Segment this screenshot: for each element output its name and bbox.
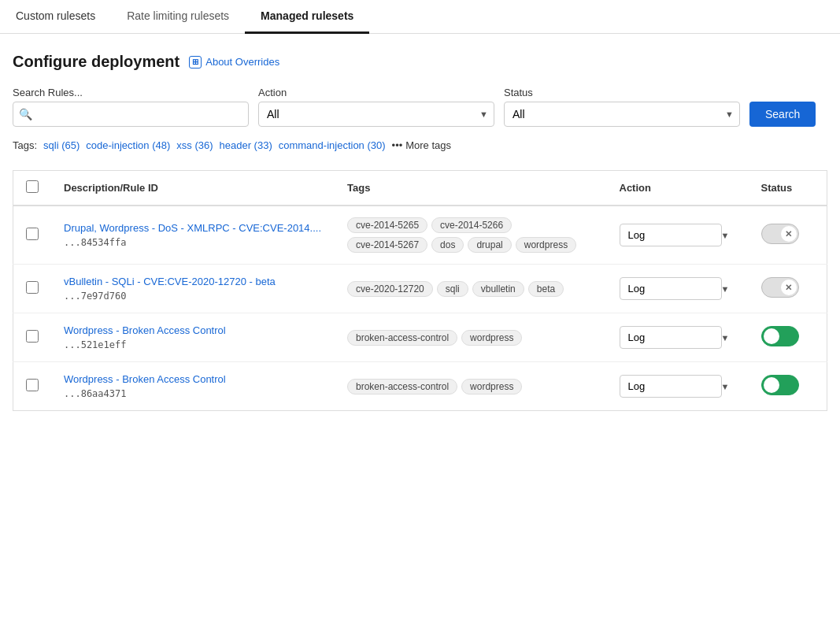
action-select[interactable]: All Log Block Skip [258, 102, 494, 127]
row-checkbox-1[interactable] [26, 281, 39, 294]
table-row: Wordpress - Broken Access Control ...86a… [13, 362, 827, 411]
toggle-0[interactable]: ✕ [761, 224, 799, 244]
rule-title-2[interactable]: Wordpress - Broken Access Control [64, 324, 322, 336]
table-row: Drupal, Wordpress - DoS - XMLRPC - CVE:C… [13, 206, 827, 265]
header-checkbox-cell [13, 171, 52, 206]
action-select-wrapper-2: Log Block Skip ▼ [620, 326, 736, 349]
tag-badge: dos [431, 237, 464, 253]
tags-row: Tags: sqli (65) code-injection (48) xss … [13, 139, 827, 151]
more-tags-button[interactable]: ••• More tags [392, 139, 451, 151]
search-button[interactable]: Search [749, 102, 816, 127]
header-description: Description/Rule ID [51, 171, 335, 206]
tab-rate-limiting[interactable]: Rate limiting rulesets [111, 0, 245, 34]
select-all-checkbox[interactable] [26, 180, 39, 193]
about-overrides-label: About Overrides [205, 56, 279, 68]
tag-header[interactable]: header (33) [220, 139, 272, 151]
status-select[interactable]: All Enabled Disabled [504, 102, 740, 127]
action-select-1[interactable]: Log Block Skip [620, 277, 722, 300]
action-select-2[interactable]: Log Block Skip [620, 326, 722, 349]
check-icon-3: ✓ [767, 380, 775, 391]
tag-xss[interactable]: xss (36) [176, 139, 213, 151]
check-icon-2: ✓ [767, 331, 775, 343]
table-header-row: Description/Rule ID Tags Action Status [13, 171, 827, 206]
x-icon-0: ✕ [785, 229, 792, 239]
action-chevron-icon-0: ▼ [721, 231, 730, 240]
action-select-0[interactable]: Log Block Skip [620, 224, 722, 246]
tag-badge: cve-2014-5267 [347, 237, 427, 253]
row-checkbox-0[interactable] [26, 228, 39, 240]
search-icon: 🔍 [19, 108, 32, 120]
tags-list: broken-access-controlwordpress [347, 330, 594, 346]
rule-id-3: ...86aa4371 [64, 388, 322, 399]
status-label: Status [504, 87, 740, 98]
tags-list: broken-access-controlwordpress [347, 379, 594, 394]
row-checkbox-2[interactable] [26, 330, 39, 343]
page-title: Configure deployment [13, 53, 179, 71]
status-select-wrapper: All Enabled Disabled ▼ [504, 102, 740, 127]
action-chevron-icon-1: ▼ [721, 284, 730, 294]
tag-code-injection[interactable]: code-injection (48) [86, 139, 170, 151]
table-row: Wordpress - Broken Access Control ...521… [13, 313, 827, 362]
action-select-wrapper-1: Log Block Skip ▼ [620, 277, 736, 300]
action-label: Action [258, 87, 494, 98]
toggle-1[interactable]: ✕ [761, 277, 799, 298]
tag-badge: beta [528, 281, 564, 297]
action-group: Action All Log Block Skip ▼ [258, 87, 494, 127]
search-label: Search Rules... [13, 87, 249, 98]
x-icon-1: ✕ [785, 283, 792, 293]
tab-bar: Custom rulesets Rate limiting rulesets M… [0, 0, 840, 34]
rule-title-0[interactable]: Drupal, Wordpress - DoS - XMLRPC - CVE:C… [64, 222, 322, 234]
tab-custom[interactable]: Custom rulesets [0, 0, 111, 34]
filter-row: Search Rules... 🔍 Action All Log Block S… [13, 87, 827, 127]
tag-badge: wordpress [461, 330, 522, 346]
tab-managed[interactable]: Managed rulesets [245, 0, 369, 34]
tag-badge: wordpress [516, 237, 576, 253]
tags-list: cve-2014-5265cve-2014-5266cve-2014-5267d… [347, 217, 594, 253]
info-icon: ⊞ [189, 56, 202, 69]
rules-table: Description/Rule ID Tags Action Status D… [13, 170, 827, 411]
rule-id-1: ...7e97d760 [64, 291, 322, 302]
action-select-wrapper-0: Log Block Skip ▼ [620, 224, 736, 246]
action-select-wrapper-3: Log Block Skip ▼ [620, 375, 736, 398]
tag-badge: wordpress [461, 379, 522, 394]
toggle-3[interactable]: ✓ [761, 375, 799, 395]
header-action: Action [607, 171, 749, 206]
page-title-row: Configure deployment ⊞ About Overrides [13, 53, 827, 71]
tag-command-injection[interactable]: command-injection (30) [279, 139, 386, 151]
action-select-wrapper: All Log Block Skip ▼ [258, 102, 494, 127]
rule-id-0: ...84534ffa [64, 237, 322, 248]
header-tags: Tags [335, 171, 607, 206]
rule-id-2: ...521e1eff [64, 339, 322, 350]
tag-badge: broken-access-control [347, 330, 457, 346]
search-input-wrapper: 🔍 [13, 102, 249, 127]
more-tags-label: More tags [405, 139, 451, 151]
row-checkbox-3[interactable] [26, 379, 39, 391]
action-select-3[interactable]: Log Block Skip [620, 375, 722, 398]
tags-label: Tags: [13, 139, 37, 151]
ellipsis-icon: ••• [392, 139, 403, 151]
table-row: vBulletin - SQLi - CVE:CVE-2020-12720 - … [13, 265, 827, 313]
status-group: Status All Enabled Disabled ▼ [504, 87, 740, 127]
rule-title-1[interactable]: vBulletin - SQLi - CVE:CVE-2020-12720 - … [64, 276, 322, 287]
tag-badge: sqli [437, 281, 468, 297]
tag-badge: broken-access-control [347, 379, 457, 394]
search-input[interactable] [13, 102, 249, 127]
tag-sqli[interactable]: sqli (65) [43, 139, 80, 151]
action-chevron-icon-2: ▼ [721, 333, 730, 343]
tag-badge: cve-2014-5266 [431, 217, 512, 233]
tag-badge: cve-2020-12720 [347, 281, 433, 297]
tag-badge: cve-2014-5265 [347, 217, 427, 233]
tag-badge: drupal [468, 237, 511, 253]
about-overrides-link[interactable]: ⊞ About Overrides [189, 56, 279, 69]
toggle-2[interactable]: ✓ [761, 326, 799, 346]
rule-title-3[interactable]: Wordpress - Broken Access Control [64, 373, 322, 385]
header-status: Status [749, 171, 827, 206]
action-chevron-icon-3: ▼ [721, 382, 730, 391]
search-group: Search Rules... 🔍 [13, 87, 249, 127]
tags-list: cve-2020-12720sqlivbulletinbeta [347, 281, 594, 297]
tag-badge: vbulletin [472, 281, 524, 297]
